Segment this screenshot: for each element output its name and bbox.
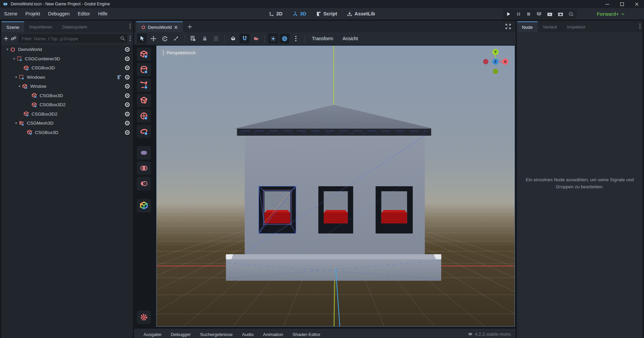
csg-combiner-button[interactable] (137, 199, 151, 212)
menu-hilfe[interactable]: Hilfe (94, 11, 111, 16)
preview-sunlight-button[interactable] (268, 33, 278, 44)
menu-szene[interactable]: Szene (0, 11, 21, 16)
tree-row-window[interactable]: ▾ Window (1, 82, 133, 91)
menu-debuggen[interactable]: Debuggen (44, 11, 74, 16)
csg-operation-subtraction-button[interactable] (137, 177, 151, 190)
csg-operation-union-button[interactable] (137, 146, 151, 159)
maximize-button[interactable] (614, 0, 629, 8)
perspective-menu[interactable]: Perspektivisch (160, 49, 200, 57)
visibility-icon[interactable] (124, 83, 130, 89)
add-node-button[interactable] (3, 36, 9, 41)
csg-box-button[interactable] (137, 48, 151, 61)
remote-debug-button[interactable] (536, 12, 542, 16)
rotate-tool-button[interactable] (160, 33, 170, 44)
scale-tool-button[interactable] (171, 33, 181, 44)
close-button[interactable] (629, 0, 644, 8)
right-dock-menu-icon[interactable] (639, 23, 641, 29)
transform-menu[interactable]: Transform (308, 36, 337, 41)
new-scene-tab-button[interactable] (187, 24, 192, 29)
tab-szene[interactable]: Szene (1, 21, 24, 32)
tree-row-csgbox3d2[interactable]: CSGBox3D2 (1, 100, 133, 110)
stop-button[interactable] (526, 12, 531, 16)
move-tool-button[interactable] (148, 33, 158, 44)
bottom-tab-suchergebnisse[interactable]: Suchergebnisse (196, 330, 237, 337)
tab-dateisystem[interactable]: Dateisystem (57, 21, 92, 32)
visibility-icon[interactable] (124, 130, 130, 135)
visibility-icon[interactable] (124, 111, 130, 117)
override-camera-button[interactable] (251, 33, 261, 44)
close-tab-icon[interactable] (174, 25, 178, 29)
visibility-icon[interactable] (124, 47, 130, 52)
csg-operation-intersection-button[interactable] (137, 161, 151, 175)
tree-row-csgmesh3d[interactable]: ▾ CSGMesh3D (1, 119, 133, 128)
tab-verlauf[interactable]: Verlauf (538, 21, 562, 32)
tab-inspektor[interactable]: Inspektor (562, 21, 591, 32)
local-space-button[interactable] (228, 33, 238, 44)
tree-row-demoworld[interactable]: ▾ DemoWorld (1, 45, 133, 54)
bottom-tab-audio[interactable]: Audio (237, 330, 258, 337)
renderer-dropdown[interactable]: Forward+ (597, 8, 625, 20)
scene-tree-menu-icon[interactable] (129, 36, 131, 41)
pause-button[interactable] (516, 12, 521, 16)
play-button[interactable] (506, 12, 511, 16)
axis-neg-y[interactable] (493, 69, 498, 74)
visibility-icon[interactable] (124, 93, 130, 98)
tree-row-csgbox3d2[interactable]: CSGBox3D2 (1, 110, 133, 119)
collapse-arrow-icon[interactable]: ▾ (13, 121, 19, 125)
3d-viewport[interactable]: Y Z X Perspektivisch (156, 46, 515, 327)
workspace-2d-button[interactable]: 2D (266, 10, 286, 18)
workspace-3d-button[interactable]: 3D (289, 10, 310, 18)
workspace-assetlib-button[interactable]: AssetLib (344, 10, 378, 18)
preview-environment-button[interactable] (279, 33, 289, 44)
tree-row-csgbox3d[interactable]: CSGBox3D (1, 91, 133, 100)
play-scene-button[interactable] (547, 12, 552, 16)
instance-scene-button[interactable] (11, 36, 16, 41)
csg-polygon-button[interactable] (137, 78, 151, 92)
collapse-arrow-icon[interactable]: ▾ (13, 75, 19, 79)
visibility-icon[interactable] (124, 102, 130, 108)
tab-node[interactable]: Node (517, 21, 538, 32)
tree-row-csgbox3d[interactable]: CSGBox3D (1, 128, 133, 137)
group-icon (213, 36, 219, 41)
select-tool-button[interactable] (137, 33, 147, 44)
movie-maker-button[interactable] (569, 12, 574, 16)
bottom-tab-shader-editor[interactable]: Shader-Editor (288, 330, 325, 337)
view-menu[interactable]: Ansicht (338, 36, 362, 41)
visibility-icon[interactable] (124, 65, 130, 71)
group-node-button[interactable] (211, 33, 221, 44)
node-label: CSGBox3D (32, 65, 55, 70)
csg-settings-button[interactable] (137, 311, 151, 324)
lock-node-button[interactable] (200, 33, 210, 44)
tab-importieren[interactable]: Importieren (24, 21, 57, 32)
visibility-icon[interactable] (124, 120, 130, 126)
workspace-script-button[interactable]: Script (313, 10, 340, 18)
play-custom-scene-button[interactable] (558, 12, 563, 16)
tree-row-windows[interactable]: ▾ Windows (1, 73, 133, 82)
visibility-icon[interactable] (124, 56, 130, 62)
collapse-arrow-icon[interactable]: ▾ (11, 57, 17, 61)
collapse-arrow-icon[interactable]: ▾ (5, 47, 10, 52)
minimize-button[interactable] (600, 0, 614, 8)
scene-filter-input[interactable] (18, 34, 127, 43)
tree-row-csgbox3d[interactable]: CSGBox3D (1, 63, 133, 73)
tree-row-csgcombiner3d[interactable]: ▾ CSGCombiner3D (1, 54, 133, 64)
visibility-icon[interactable] (124, 74, 130, 80)
csg-torus-button[interactable] (137, 125, 151, 138)
axis-neg-x[interactable] (483, 59, 488, 64)
script-attached-icon[interactable] (117, 74, 122, 80)
csg-mesh-button[interactable] (137, 94, 151, 107)
csg-sphere-button[interactable] (137, 109, 151, 123)
menu-editor[interactable]: Editor (74, 11, 94, 16)
bottom-tab-animation[interactable]: Animation (258, 330, 288, 337)
menu-projekt[interactable]: Projekt (21, 11, 44, 16)
list-select-tool-button[interactable] (188, 33, 198, 44)
collapse-arrow-icon[interactable]: ▾ (17, 84, 22, 88)
left-dock-menu-icon[interactable] (129, 23, 131, 29)
sun-environment-menu-button[interactable] (291, 33, 301, 44)
bottom-tab-ausgabe[interactable]: Ausgabe (139, 330, 166, 337)
distraction-free-icon[interactable] (505, 24, 511, 29)
csg-cylinder-button[interactable] (137, 63, 151, 76)
snap-toggle-button[interactable] (239, 33, 250, 44)
scene-tab-demoworld[interactable]: DemoWorld (136, 21, 183, 32)
bottom-tab-debugger[interactable]: Debugger (166, 330, 195, 337)
